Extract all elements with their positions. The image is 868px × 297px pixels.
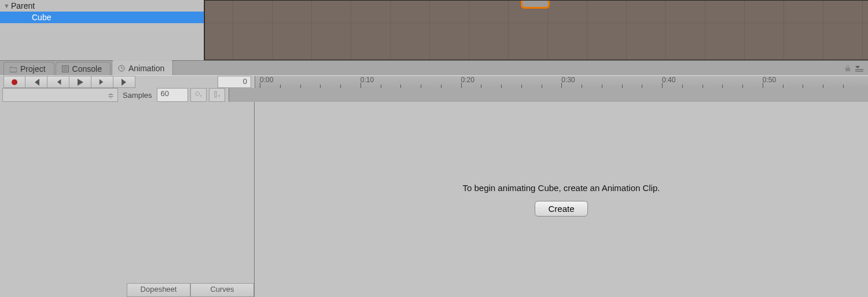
foldout-icon[interactable]: ▼ — [3, 2, 10, 9]
ruler-tick — [742, 85, 743, 88]
prev-keyframe-button[interactable] — [47, 76, 69, 88]
add-event-button[interactable]: + — [209, 88, 225, 102]
samples-field[interactable]: 60 — [157, 88, 188, 102]
tab-project[interactable]: Project — [3, 62, 54, 75]
scene-view[interactable] — [204, 0, 868, 60]
ruler-tick-major — [561, 83, 562, 88]
create-clip-prompt: To begin animating Cube, create an Anima… — [462, 183, 660, 193]
next-keyframe-button[interactable] — [91, 76, 113, 88]
panel-menu-icon[interactable] — [855, 66, 863, 72]
samples-value: 60 — [161, 89, 169, 98]
timeline-ruler[interactable]: 0:000:100:200:300:400:50 — [255, 76, 868, 88]
svg-point-8 — [12, 79, 17, 85]
create-clip-button[interactable]: Create — [535, 201, 587, 217]
ruler-tick-major — [763, 83, 763, 88]
svg-text:+: + — [218, 93, 220, 99]
curves-label: Curves — [210, 285, 234, 294]
ruler-tick — [803, 85, 803, 88]
ruler-label: 0:30 — [561, 76, 575, 84]
timeline-track-header — [229, 88, 868, 102]
ruler-label: 0:00 — [260, 76, 273, 84]
ruler-tick — [642, 85, 642, 88]
curves-tab[interactable]: Curves — [190, 283, 254, 297]
svg-rect-10 — [215, 91, 216, 97]
dopesheet-tab[interactable]: Dopesheet — [127, 283, 190, 297]
tab-console[interactable]: Console — [56, 62, 111, 75]
ruler-tick — [340, 85, 341, 88]
folder-icon — [10, 65, 17, 72]
svg-rect-5 — [845, 68, 850, 71]
ruler-tick — [421, 85, 421, 88]
samples-label: Samples — [123, 91, 152, 100]
tab-console-label: Console — [72, 64, 102, 74]
ruler-tick — [602, 85, 602, 88]
create-button-label: Create — [548, 204, 574, 214]
hierarchy-item-parent[interactable]: ▼ Parent — [0, 0, 204, 12]
tab-animation[interactable]: Animation — [112, 60, 173, 75]
current-frame-value: 0 — [243, 77, 247, 86]
ruler-tick — [783, 85, 784, 88]
lock-icon[interactable] — [845, 65, 851, 72]
ruler-tick — [622, 85, 623, 88]
ruler-tick — [542, 85, 542, 88]
ruler-tick — [703, 85, 703, 88]
ruler-tick — [280, 85, 281, 88]
animation-toolbar: 0 0:000:100:200:300:400:50 — [0, 75, 868, 88]
tab-project-label: Project — [20, 64, 46, 74]
scene-selected-cube[interactable] — [521, 0, 550, 9]
ruler-tick — [320, 85, 321, 88]
ruler-tick — [441, 85, 442, 88]
ruler-tick-major — [461, 83, 462, 88]
ruler-label: 0:40 — [662, 76, 675, 84]
timeline-area: To begin animating Cube, create an Anima… — [255, 102, 868, 297]
ruler-tick — [521, 85, 522, 88]
ruler-tick-major — [361, 83, 361, 88]
current-frame-field[interactable]: 0 — [218, 76, 251, 88]
hierarchy-panel: ▼ Parent Cube — [0, 0, 204, 60]
clock-icon — [118, 65, 125, 72]
goto-first-frame-button[interactable] — [25, 76, 47, 88]
animation-toolbar-2: ≑ Samples 60 + + — [0, 88, 868, 102]
ruler-tick — [722, 85, 723, 88]
hierarchy-parent-label: Parent — [11, 1, 35, 10]
hierarchy-item-cube[interactable]: Cube — [0, 12, 204, 23]
ruler-tick-major — [260, 83, 260, 88]
ruler-label: 0:10 — [361, 76, 374, 84]
play-button[interactable] — [69, 76, 91, 88]
hierarchy-child-label: Cube — [32, 13, 51, 22]
tab-animation-label: Animation — [128, 64, 164, 73]
ruler-tick — [300, 85, 301, 88]
goto-last-frame-button[interactable] — [113, 76, 135, 88]
add-keyframe-button[interactable]: + — [190, 88, 207, 102]
panel-tabstrip: Project Console Animation — [0, 60, 868, 75]
record-button[interactable] — [3, 76, 25, 88]
ruler-label: 0:50 — [763, 76, 776, 84]
ruler-tick — [481, 85, 481, 88]
ruler-tick — [400, 85, 401, 88]
console-icon — [62, 65, 69, 72]
dropdown-chevron-icon: ≑ — [108, 91, 114, 100]
dopesheet-label: Dopesheet — [141, 285, 177, 294]
ruler-tick — [843, 85, 844, 88]
ruler-tick — [582, 85, 582, 88]
ruler-tick — [823, 85, 823, 88]
ruler-tick — [682, 85, 683, 88]
svg-text:+: + — [200, 93, 203, 99]
ruler-tick — [381, 85, 381, 88]
ruler-tick-major — [662, 83, 663, 88]
clip-dropdown[interactable]: ≑ — [2, 88, 118, 102]
ruler-label: 0:20 — [461, 76, 475, 84]
property-list-panel: Dopesheet Curves — [0, 102, 255, 297]
ruler-tick — [501, 85, 502, 88]
